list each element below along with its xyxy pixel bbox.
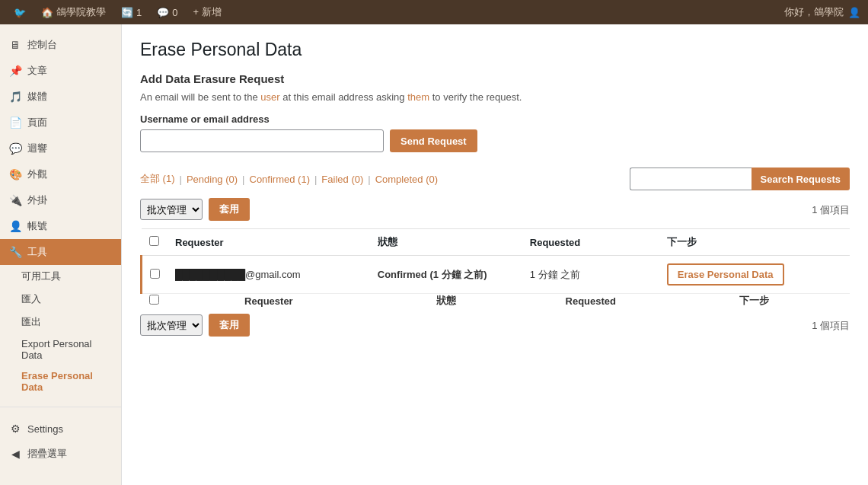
sidebar: 🖥 控制台 📌 文章 🎵 媒體 📄 頁面 💬 迴響 🎨 外觀 🔌 外掛 👤 [0,24,122,485]
th-checkbox [142,229,168,256]
wp-logo-item[interactable]: 🐦 [8,0,32,24]
row-action-cell: Erase Personal Data [659,256,850,294]
bulk-apply-bottom[interactable]: 套用 [209,314,250,337]
search-requests-button[interactable]: Search Requests [752,168,850,190]
filter-failed[interactable]: Failed (0) [321,174,363,185]
status-value: Confirmed (1 分鐘 之前) [378,269,487,280]
admin-bar: 🐦 🏠 鴿學院教學 🔄 1 💬 0 + 新增 你好，鴿學院 👤 [0,0,868,24]
user-avatar-icon: 👤 [848,7,860,18]
filter-links: 全部 (1) | Pending (0) | Confirmed (1) | F… [140,172,438,186]
erase-personal-data-button[interactable]: Erase Personal Data [667,263,784,286]
count-bottom: 1 個項目 [812,319,850,333]
sidebar-item-pages[interactable]: 📄 頁面 [0,110,121,136]
main-content: Erase Personal Data Add Data Erasure Req… [122,24,868,485]
filter-bar: 全部 (1) | Pending (0) | Confirmed (1) | F… [140,168,850,190]
sidebar-label-plugins: 外掛 [27,193,47,207]
select-all-checkbox-bottom[interactable] [149,295,159,305]
plugins-icon: 🔌 [9,194,21,206]
th-status: 狀態 [370,229,522,256]
sidebar-item-import[interactable]: 匯入 [0,288,121,311]
th-footer-next-step: 下一步 [659,294,850,308]
th-requester: Requester [168,229,370,256]
appearance-icon: 🎨 [9,168,21,180]
bulk-select-bottom[interactable]: 批次管理 [140,314,203,336]
bulk-actions-top: 批次管理 套用 [140,198,250,221]
media-icon: 🎵 [9,91,21,103]
sidebar-label-dashboard: 控制台 [27,38,57,52]
new-item[interactable]: + 新增 [187,0,227,24]
filter-confirmed[interactable]: Confirmed (1) [250,174,310,185]
search-box: Search Requests [630,168,850,190]
table-header-row: Requester 狀態 Requested 下一步 [142,229,850,256]
comments-icon: 💬 [9,142,21,155]
dashboard-icon: 🖥 [9,39,21,51]
row-checkbox[interactable] [150,269,160,279]
add-request-form: Username or email address Send Request [140,113,850,168]
sidebar-label-pages: 頁面 [27,116,47,129]
them-link[interactable]: them [407,91,429,103]
redacted-email: ██████████ [175,269,245,280]
th-footer-status: 狀態 [370,294,522,308]
filter-all[interactable]: 全部 (1) [140,172,175,186]
th-footer-checkbox [142,294,168,308]
sidebar-item-dashboard[interactable]: 🖥 控制台 [0,32,121,58]
row-status-cell: Confirmed (1 分鐘 之前) [370,256,522,294]
requests-table: Requester 狀態 Requested 下一步 ██████████@gm… [140,228,850,308]
bulk-apply-top[interactable]: 套用 [209,198,250,221]
sidebar-item-collapse[interactable]: ◀ 摺疊選單 [0,441,121,467]
th-footer-requester: Requester [168,294,370,308]
tools-submenu: 可用工具 匯入 匯出 Export Personal Data Erase Pe… [0,265,121,397]
home-icon: 🏠 [41,7,53,18]
pages-icon: 📄 [9,116,21,129]
posts-icon: 📌 [9,65,21,77]
sidebar-label-media: 媒體 [27,90,47,104]
site-name-item[interactable]: 🏠 鴿學院教學 [35,0,112,24]
sidebar-item-export[interactable]: 匯出 [0,311,121,333]
sidebar-item-export-personal-data[interactable]: Export Personal Data [0,333,121,365]
username-label: Username or email address [140,113,850,125]
updates-count: 1 [136,7,142,18]
sidebar-label-users: 帳號 [27,219,47,233]
users-icon: 👤 [9,220,21,232]
site-name: 鴿學院教學 [56,5,106,19]
bulk-actions-bottom: 批次管理 套用 [140,314,250,337]
sidebar-item-erase-personal-data[interactable]: Erase Personal Data [0,365,121,397]
comments-item[interactable]: 💬 0 [151,0,183,24]
row-checkbox-cell [142,256,168,294]
comments-icon: 💬 [157,7,169,18]
page-title: Erase Personal Data [140,40,850,60]
th-next-step: 下一步 [659,229,850,256]
user-greeting: 你好，鴿學院 [784,5,844,19]
updates-item[interactable]: 🔄 1 [115,0,148,24]
description: An email will be sent to the user at thi… [140,91,850,103]
sidebar-label-collapse: 摺疊選單 [27,447,67,461]
search-input[interactable] [630,168,752,190]
count-top: 1 個項目 [812,203,850,217]
section-title: Add Data Erasure Request [140,72,850,85]
settings-icon: ⚙ [9,423,21,435]
username-email-input[interactable] [140,129,384,152]
select-all-checkbox-top[interactable] [149,236,159,246]
th-footer-requested: Requested [522,294,659,308]
sidebar-item-appearance[interactable]: 🎨 外觀 [0,161,121,187]
sidebar-item-posts[interactable]: 📌 文章 [0,58,121,84]
sidebar-label-appearance: 外觀 [27,168,47,181]
send-request-button[interactable]: Send Request [390,129,477,152]
bulk-select-top[interactable]: 批次管理 [140,199,203,220]
sidebar-label-comments: 迴響 [27,142,47,155]
sidebar-item-plugins[interactable]: 🔌 外掛 [0,187,121,213]
user-link[interactable]: user [260,91,279,103]
sidebar-item-comments[interactable]: 💬 迴響 [0,136,121,161]
wp-logo-icon: 🐦 [14,7,26,18]
collapse-icon: ◀ [9,448,21,460]
filter-completed[interactable]: Completed (0) [375,174,438,185]
requested-value: 1 分鐘 之前 [530,269,580,280]
sidebar-item-users[interactable]: 👤 帳號 [0,213,121,239]
sidebar-item-settings[interactable]: ⚙ Settings [0,416,121,441]
th-requested: Requested [522,229,659,256]
sidebar-item-tools[interactable]: 🔧 工具 [0,239,121,265]
row-requester-cell: ██████████@gmail.com [168,256,370,294]
filter-pending[interactable]: Pending (0) [187,174,238,185]
sidebar-item-media[interactable]: 🎵 媒體 [0,84,121,110]
sidebar-item-available-tools[interactable]: 可用工具 [0,265,121,288]
